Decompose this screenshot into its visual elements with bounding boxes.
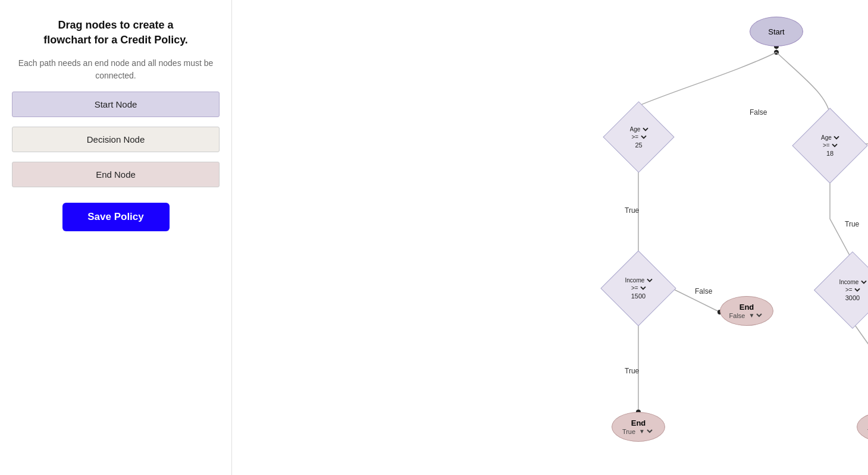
flowchart-canvas: Start Age >= 25 Age >= 18 End False ▼	[232, 0, 868, 475]
end-node-button[interactable]: End Node	[12, 162, 220, 187]
start-node-label: Start	[768, 27, 784, 36]
decision-node-button[interactable]: Decision Node	[12, 127, 220, 152]
end-node-income1500-false-title: End	[739, 303, 754, 312]
d3-field-select[interactable]: Income	[623, 277, 654, 285]
d1-value: 25	[635, 141, 642, 150]
d2-field-select[interactable]: Age	[819, 134, 841, 142]
d1-field-select[interactable]: Age	[627, 125, 650, 133]
start-node-button[interactable]: Start Node	[12, 92, 220, 117]
end-node-income1500-false[interactable]: End False ▼	[720, 296, 773, 326]
d4-op-select[interactable]: >=	[843, 286, 862, 294]
end-node-true-left-title: End	[631, 419, 646, 427]
panel-title: Drag nodes to create aflowchart for a Cr…	[43, 18, 188, 48]
panel-subtitle: Each path needs an end node and all node…	[12, 57, 220, 82]
end-node-income1500-false-value: False ▼	[729, 312, 764, 319]
d2-op-select[interactable]: >=	[820, 142, 839, 150]
d2-value: 18	[826, 150, 833, 159]
d3-op-select[interactable]: >=	[629, 285, 648, 292]
d4-field-select[interactable]: Income	[836, 278, 868, 286]
decision-node-age18[interactable]: Age >= 18	[800, 116, 860, 175]
decision-node-income1500[interactable]: Income >= 1500	[609, 259, 668, 318]
end-node-income1500-false-select[interactable]: ▼	[746, 312, 764, 319]
end-node-true-left-value: True ▼	[622, 427, 654, 435]
d1-op-select[interactable]: >=	[629, 133, 648, 141]
d3-value: 1500	[631, 292, 645, 301]
decision-node-age25[interactable]: Age >= 25	[609, 107, 668, 166]
end-node-true-left-select[interactable]: ▼	[637, 427, 654, 435]
save-policy-button[interactable]: Save Policy	[62, 203, 170, 231]
end-node-true-left[interactable]: End True ▼	[612, 412, 665, 442]
left-panel: Drag nodes to create aflowchart for a Cr…	[0, 0, 232, 475]
start-node[interactable]: Start	[750, 17, 803, 46]
d4-value: 3000	[845, 294, 859, 303]
edges-layer	[232, 0, 868, 475]
decision-node-income3000[interactable]: Income >= 3000	[821, 259, 868, 321]
